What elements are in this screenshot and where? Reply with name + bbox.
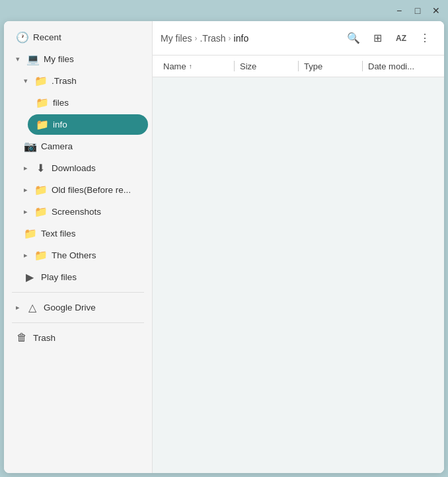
play-icon: ▶: [24, 271, 36, 283]
camera-icon: 📷: [24, 140, 36, 153]
sidebar-googledrive-label: Google Drive: [44, 303, 140, 312]
sidebar-textfiles-label: Text files: [41, 229, 140, 238]
sidebar-recent-label: Recent: [33, 32, 140, 42]
sidebar-item-playfiles[interactable]: ▶ Play files: [16, 267, 148, 287]
grid-icon: ⊞: [373, 32, 382, 44]
sidebar-item-recent[interactable]: 🕐 Recent: [8, 27, 148, 48]
toolbar: My files › .Trash › info 🔍 ⊞ AZ ⋮: [153, 21, 444, 55]
folder-icon: 📁: [34, 205, 46, 218]
sort-button[interactable]: AZ: [390, 27, 412, 50]
chevron-down-icon: ▾: [16, 55, 20, 63]
breadcrumb-arrow-2: ›: [229, 34, 231, 43]
sidebar-trash-folder-label: .Trash: [52, 76, 140, 86]
toolbar-actions: 🔍 ⊞ AZ ⋮: [342, 27, 436, 50]
sidebar-downloads-label: Downloads: [52, 163, 140, 173]
sidebar-item-files[interactable]: 📁 files: [28, 92, 148, 113]
sidebar-item-googledrive[interactable]: ▸ △ Google Drive: [8, 297, 148, 318]
sidebar-playfiles-label: Play files: [41, 272, 140, 282]
chevron-right-icon: ▸: [16, 303, 20, 312]
col-size-header[interactable]: Size: [240, 61, 293, 71]
sidebar-divider-2: [12, 322, 144, 323]
sidebar-item-textfiles[interactable]: 📁 Text files: [16, 223, 148, 244]
chevron-right-icon: ▸: [24, 164, 28, 172]
search-icon: 🔍: [347, 32, 360, 44]
col-separator-3: [362, 61, 363, 71]
col-name-header[interactable]: Name ↑: [163, 61, 229, 71]
folder-icon: 📁: [36, 96, 48, 109]
computer-icon: 💻: [26, 53, 38, 65]
breadcrumb-arrow-1: ›: [194, 34, 197, 43]
titlebar: − □ ✕: [0, 0, 448, 21]
sidebar-item-oldfiles[interactable]: ▸ 📁 Old files(Before re...: [16, 180, 148, 200]
trash-icon: 🗑: [16, 332, 28, 344]
folder-icon: 📁: [34, 184, 46, 196]
sidebar-item-trash[interactable]: 🗑 Trash: [8, 328, 148, 348]
sidebar-item-downloads[interactable]: ▸ ⬇ Downloads: [16, 158, 148, 178]
sidebar-camera-label: Camera: [41, 141, 140, 151]
folder-icon: 📁: [34, 75, 46, 87]
chevron-down-icon: ▾: [24, 77, 28, 85]
breadcrumb-trash[interactable]: .Trash: [200, 33, 225, 44]
folder-icon: 📁: [34, 249, 46, 262]
sidebar-item-info[interactable]: 📁 info: [28, 114, 148, 135]
download-icon: ⬇: [34, 162, 46, 174]
sidebar: 🕐 Recent ▾ 💻 My files ▾ 📁 .Trash 📁 files…: [4, 21, 153, 473]
sidebar-theothers-label: The Others: [52, 250, 140, 260]
grid-view-button[interactable]: ⊞: [366, 27, 389, 50]
main-content: My files › .Trash › info 🔍 ⊞ AZ ⋮: [153, 21, 444, 473]
col-separator-2: [298, 61, 299, 71]
breadcrumb-info: info: [234, 33, 249, 44]
clock-icon: 🕐: [16, 31, 28, 44]
breadcrumb: My files › .Trash › info: [161, 33, 340, 44]
chevron-right-icon: ▸: [24, 186, 28, 194]
col-type-header[interactable]: Type: [304, 61, 357, 71]
sidebar-oldfiles-label: Old files(Before re...: [52, 185, 140, 195]
google-drive-icon: △: [26, 301, 38, 314]
sort-up-icon: ↑: [189, 63, 192, 70]
sidebar-item-theothers[interactable]: ▸ 📁 The Others: [16, 245, 148, 266]
sidebar-files-label: files: [53, 98, 140, 108]
chevron-right-icon: ▸: [24, 251, 28, 260]
col-date-header[interactable]: Date modi...: [368, 61, 433, 71]
col-separator-1: [234, 61, 235, 71]
breadcrumb-myfiles[interactable]: My files: [161, 33, 192, 44]
content-area: [153, 77, 444, 473]
search-button[interactable]: 🔍: [342, 27, 365, 50]
sidebar-item-camera[interactable]: 📷 Camera: [16, 136, 148, 157]
minimize-button[interactable]: −: [390, 1, 408, 20]
folder-icon: 📁: [36, 118, 48, 131]
more-options-button[interactable]: ⋮: [414, 27, 436, 50]
maximize-button[interactable]: □: [408, 1, 427, 20]
more-icon: ⋮: [420, 32, 430, 44]
chevron-right-icon: ▸: [24, 207, 28, 216]
column-headers: Name ↑ Size Type Date modi...: [153, 55, 444, 77]
sidebar-trash-label: Trash: [33, 333, 140, 343]
close-button[interactable]: ✕: [427, 1, 445, 20]
sidebar-item-myfiles[interactable]: ▾ 💻 My files: [8, 49, 148, 69]
sidebar-item-screenshots[interactable]: ▸ 📁 Screenshots: [16, 202, 148, 222]
folder-icon: 📁: [24, 227, 36, 240]
sidebar-divider: [12, 292, 144, 293]
app-window: 🕐 Recent ▾ 💻 My files ▾ 📁 .Trash 📁 files…: [4, 21, 444, 473]
sort-icon: AZ: [396, 34, 406, 43]
col-name-label: Name: [163, 61, 186, 71]
sidebar-myfiles-label: My files: [44, 54, 140, 64]
sidebar-item-trash-folder[interactable]: ▾ 📁 .Trash: [16, 71, 148, 91]
sidebar-screenshots-label: Screenshots: [52, 207, 140, 217]
sidebar-info-label: info: [53, 120, 140, 129]
